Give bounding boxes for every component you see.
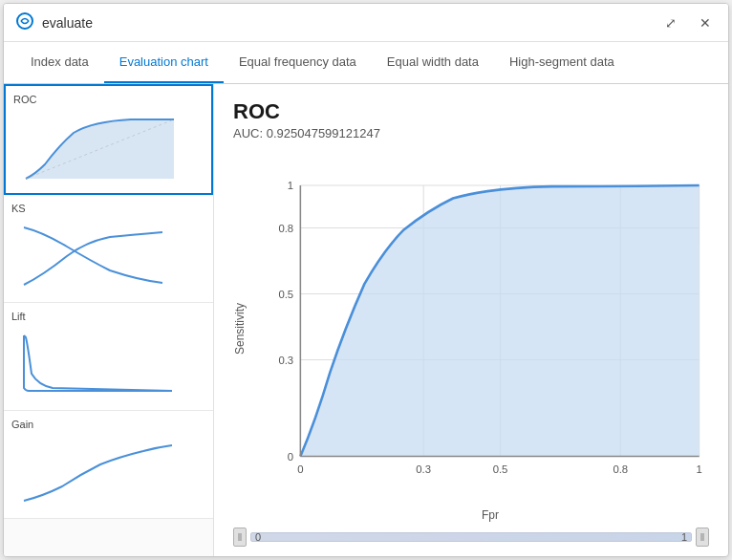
content-area: ROC KS: [4, 84, 728, 556]
app-window: evaluate ⤢ ✕ Index data Evaluation chart…: [3, 3, 729, 557]
chart-inner: 1 0.8 0.5 0.3 0 0 0.3 0.5 0.8 1: [256, 152, 709, 505]
roc-label: ROC: [13, 94, 204, 105]
slider-value-right: 1: [681, 531, 687, 543]
chart-with-axes: Sensitivity: [233, 152, 709, 505]
sidebar-item-lift[interactable]: Lift: [4, 303, 213, 411]
x-axis-label: Fpr: [233, 508, 709, 522]
tab-equal-frequency-data[interactable]: Equal frequency data: [224, 42, 372, 83]
y-axis-label: Sensitivity: [233, 152, 252, 505]
slider-right-handle[interactable]: [696, 528, 709, 547]
gain-thumbnail: [11, 434, 183, 510]
chart-subtitle: AUC: 0.925047599121247: [233, 126, 709, 140]
svg-text:0.8: 0.8: [278, 223, 293, 234]
sidebar-item-ks[interactable]: KS: [4, 195, 213, 303]
close-button[interactable]: ✕: [694, 11, 717, 34]
chart-svg-container: 1 0.8 0.5 0.3 0 0 0.3 0.5 0.8 1: [256, 152, 709, 505]
lift-label: Lift: [11, 311, 205, 322]
svg-text:0: 0: [297, 463, 303, 475]
roc-chart-area: Sensitivity: [233, 152, 709, 549]
expand-button[interactable]: ⤢: [659, 11, 682, 34]
tab-index-data[interactable]: Index data: [15, 42, 104, 83]
svg-text:0.5: 0.5: [278, 289, 293, 300]
roc-thumbnail: [13, 109, 185, 185]
svg-point-0: [17, 13, 32, 29]
tab-high-segment-data[interactable]: High-segment data: [494, 42, 630, 83]
sidebar-item-roc[interactable]: ROC: [4, 84, 213, 195]
roc-svg: 1 0.8 0.5 0.3 0 0 0.3 0.5 0.8 1: [256, 152, 709, 505]
window-title: evaluate: [42, 15, 93, 31]
svg-text:0.3: 0.3: [416, 463, 431, 475]
titlebar: evaluate ⤢ ✕: [4, 4, 728, 42]
svg-text:1: 1: [288, 180, 293, 191]
svg-text:0.8: 0.8: [613, 463, 628, 475]
chart-title: ROC: [233, 99, 709, 124]
ks-thumbnail: [11, 218, 183, 294]
lift-thumbnail: [11, 326, 183, 402]
titlebar-controls: ⤢ ✕: [659, 11, 717, 34]
svg-text:0: 0: [288, 451, 293, 463]
tabbar: Index data Evaluation chart Equal freque…: [4, 42, 728, 84]
slider-left-handle[interactable]: [233, 528, 247, 547]
svg-text:0.5: 0.5: [493, 463, 508, 475]
app-icon: [15, 11, 34, 34]
svg-text:1: 1: [697, 463, 702, 475]
ks-label: KS: [11, 203, 205, 214]
tab-equal-width-data[interactable]: Equal width data: [372, 42, 494, 83]
slider-track[interactable]: 0 1: [250, 532, 692, 542]
sidebar: ROC KS: [4, 84, 214, 556]
range-slider: 0 1: [233, 522, 709, 549]
sidebar-list: ROC KS: [4, 84, 213, 556]
main-panel: ROC AUC: 0.925047599121247 Sensitivity: [214, 84, 728, 556]
slider-value-left: 0: [255, 531, 261, 543]
tab-evaluation-chart[interactable]: Evaluation chart: [104, 42, 224, 83]
sidebar-item-gain[interactable]: Gain: [4, 411, 213, 519]
titlebar-left: evaluate: [15, 11, 93, 34]
svg-text:0.3: 0.3: [278, 355, 293, 366]
gain-label: Gain: [11, 419, 205, 430]
